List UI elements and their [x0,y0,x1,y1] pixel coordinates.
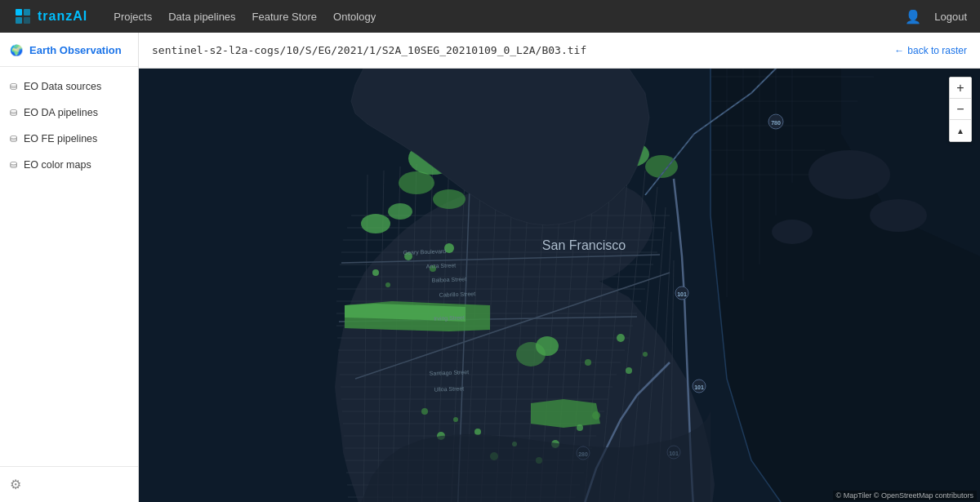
da-pipelines-icon: ⛁ [10,108,17,118]
logo-text: tranzAI [38,9,87,24]
map-svg: 101 280 101 101 280 780 [139,69,980,502]
svg-point-85 [617,334,625,342]
main-layout: 🌍 Earth Observation ⛁ EO Data sources ⛁ … [0,33,980,502]
svg-point-70 [388,203,412,220]
navbar: tranzAI Projects Data pipelines Feature … [0,0,980,33]
svg-point-94 [421,408,428,415]
nav-links: Projects Data pipelines Feature Store On… [114,11,885,23]
svg-point-109 [808,150,890,199]
color-maps-icon: ⛁ [10,160,17,171]
svg-text:Ulloa Street: Ulloa Street [434,385,465,392]
sidebar: 🌍 Earth Observation ⛁ EO Data sources ⛁ … [0,33,139,502]
svg-point-111 [772,220,813,244]
sidebar-label-eo-color-maps: EO color maps [24,159,91,171]
file-header: sentinel-s2-l2a-cogs/10/S/EG/2021/1/S2A_… [139,33,980,69]
sidebar-title[interactable]: Earth Observation [29,44,122,56]
nav-item-ontology[interactable]: Ontology [333,11,376,23]
content: sentinel-s2-l2a-cogs/10/S/EG/2021/1/S2A_… [139,33,980,502]
zoom-in-button[interactable]: + [950,78,971,99]
map-container[interactable]: 101 280 101 101 280 780 [139,69,980,502]
sidebar-bottom: ⚙ [0,466,138,502]
svg-text:San Francisco: San Francisco [542,238,626,252]
svg-text:101: 101 [694,384,704,390]
svg-point-82 [592,411,600,420]
fe-pipelines-icon: ⛁ [10,134,17,144]
user-icon[interactable]: 👤 [905,9,921,24]
svg-point-69 [433,189,466,209]
sidebar-item-eo-color-maps[interactable]: ⛁ EO color maps [0,152,138,178]
nav-item-data-pipelines[interactable]: Data pipelines [168,11,235,23]
logout-button[interactable]: Logout [934,11,967,23]
map-zoom-controls: + − ▲ [949,77,972,142]
svg-point-86 [585,359,591,366]
svg-point-68 [536,336,559,356]
svg-point-91 [474,429,481,435]
svg-rect-1 [24,9,30,16]
sidebar-label-eo-da-pipelines: EO DA pipelines [24,107,98,118]
svg-text:Balboa Street: Balboa Street [432,276,467,282]
svg-rect-3 [24,17,30,24]
svg-point-73 [399,171,434,194]
back-label: back to raster [907,45,967,56]
sidebar-label-eo-data-sources: EO Data sources [24,81,101,92]
map-attribution: © MapTiler © OpenStreetMap contributors [833,491,978,500]
sidebar-header: 🌍 Earth Observation [0,33,138,67]
back-arrow-icon: ← [894,45,904,56]
svg-point-76 [372,269,379,276]
nav-item-projects[interactable]: Projects [114,11,152,23]
map-canvas: 101 280 101 101 280 780 [139,69,980,502]
sidebar-item-eo-fe-pipelines[interactable]: ⛁ EO FE pipelines [0,126,138,152]
svg-rect-2 [16,17,22,24]
compass-button[interactable]: ▲ [950,120,971,141]
zoom-out-button[interactable]: − [950,99,971,120]
svg-point-92 [453,417,458,422]
svg-point-84 [643,352,648,357]
svg-point-81 [577,424,583,431]
sidebar-label-eo-fe-pipelines: EO FE pipelines [24,133,97,144]
nav-item-feature-store[interactable]: Feature Store [252,11,318,23]
sidebar-item-eo-da-pipelines[interactable]: ⛁ EO DA pipelines [0,100,138,126]
file-path: sentinel-s2-l2a-cogs/10/S/EG/2021/1/S2A_… [152,44,586,56]
svg-point-110 [870,199,927,232]
svg-point-72 [361,214,390,233]
earth-observation-icon: 🌍 [10,44,23,56]
sidebar-nav: ⛁ EO Data sources ⛁ EO DA pipelines ⛁ EO… [0,67,138,184]
svg-text:101: 101 [677,291,687,297]
logo: tranzAI [13,7,87,26]
svg-point-77 [385,282,390,287]
settings-icon[interactable]: ⚙ [10,478,21,491]
logo-icon [13,7,33,26]
sidebar-item-eo-data-sources[interactable]: ⛁ EO Data sources [0,73,138,100]
svg-point-83 [626,367,632,374]
data-sources-icon: ⛁ [10,82,17,92]
svg-rect-0 [16,9,22,16]
svg-text:Anza Street: Anza Street [426,262,457,269]
back-to-raster-link[interactable]: ← back to raster [894,45,967,56]
nav-right: 👤 Logout [905,9,967,24]
